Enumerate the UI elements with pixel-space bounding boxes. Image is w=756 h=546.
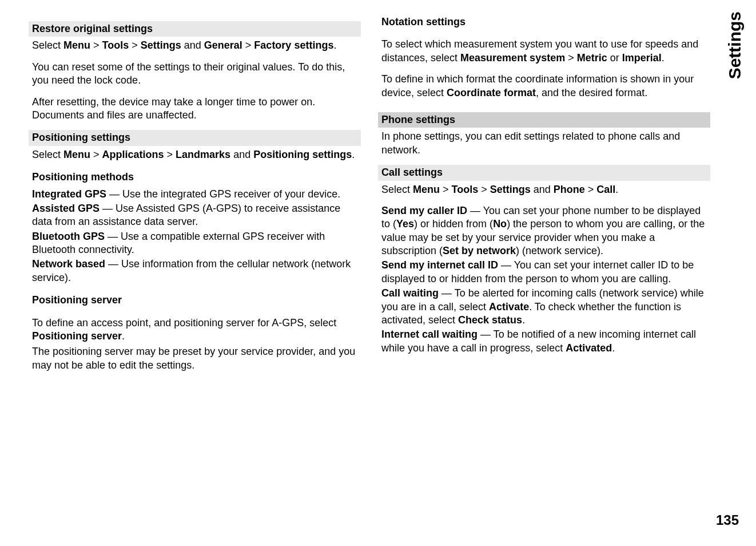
- two-column-layout: Restore original settings Select Menu > …: [29, 14, 710, 380]
- notation-settings-heading: Notation settings: [378, 14, 710, 30]
- assisted-gps-item: Assisted GPS — Use Assisted GPS (A-GPS) …: [29, 202, 361, 229]
- positioning-select-path: Select Menu > Applications > Landmarks a…: [29, 148, 361, 161]
- call-settings-heading: Call settings: [378, 165, 710, 180]
- right-column: Notation settings To select which measur…: [378, 14, 710, 380]
- positioning-settings-heading: Positioning settings: [29, 130, 361, 145]
- phone-settings-heading: Phone settings: [378, 112, 710, 128]
- send-caller-id-item: Send my caller ID — You can set your pho…: [378, 204, 710, 258]
- restore-lockcode-text: You can reset some of the settings to th…: [29, 61, 361, 88]
- phone-settings-text: In phone settings, you can edit settings…: [378, 130, 710, 157]
- positioning-server-heading: Positioning server: [29, 292, 361, 308]
- page-number: 135: [716, 511, 739, 529]
- left-column: Restore original settings Select Menu > …: [29, 14, 361, 380]
- restore-after-text: After resetting, the device may take a l…: [29, 96, 361, 122]
- internet-call-waiting-item: Internet call waiting — To be notified o…: [378, 328, 710, 355]
- call-select-path: Select Menu > Tools > Settings and Phone…: [378, 183, 710, 196]
- positioning-server-text1: To define an access point, and positioni…: [29, 316, 361, 343]
- side-chapter-label: Settings: [723, 11, 746, 79]
- notation-measurement-text: To select which measurement system you w…: [378, 38, 710, 65]
- restore-settings-heading: Restore original settings: [29, 21, 361, 37]
- notation-coordinate-text: To define in which format the coordinate…: [378, 73, 710, 100]
- integrated-gps-item: Integrated GPS — Use the integrated GPS …: [29, 188, 361, 201]
- positioning-methods-heading: Positioning methods: [29, 169, 361, 185]
- call-waiting-item: Call waiting — To be alerted for incomin…: [378, 287, 710, 327]
- positioning-server-text2: The positioning server may be preset by …: [29, 345, 361, 372]
- bluetooth-gps-item: Bluetooth GPS — Use a compatible externa…: [29, 230, 361, 257]
- restore-select-path: Select Menu > Tools > Settings and Gener…: [29, 39, 361, 52]
- network-based-item: Network based — Use information from the…: [29, 258, 361, 284]
- send-internet-call-id-item: Send my internet call ID — You can set y…: [378, 259, 710, 286]
